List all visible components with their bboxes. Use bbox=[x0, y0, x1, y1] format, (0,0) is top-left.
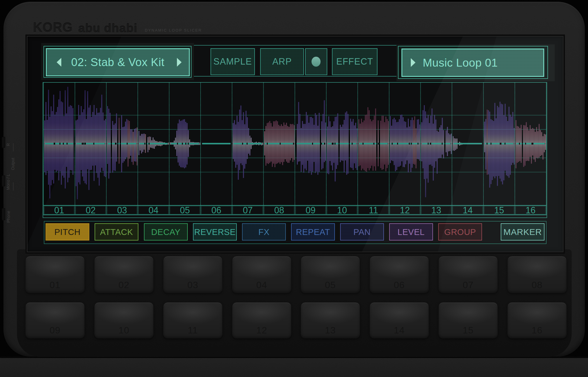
svg-text:16: 16 bbox=[526, 205, 535, 215]
svg-text:01: 01 bbox=[54, 205, 64, 215]
svg-text:02: 02 bbox=[86, 205, 95, 215]
svg-text:13: 13 bbox=[431, 205, 441, 215]
svg-text:10: 10 bbox=[337, 205, 347, 215]
svg-text:14: 14 bbox=[463, 205, 473, 215]
svg-text:11: 11 bbox=[369, 205, 378, 215]
svg-text:05: 05 bbox=[180, 205, 190, 215]
svg-text:04: 04 bbox=[149, 205, 159, 215]
svg-text:09: 09 bbox=[306, 205, 316, 215]
svg-text:03: 03 bbox=[117, 205, 127, 215]
svg-text:12: 12 bbox=[400, 205, 410, 215]
svg-text:07: 07 bbox=[243, 205, 253, 215]
svg-text:08: 08 bbox=[274, 205, 284, 215]
svg-text:06: 06 bbox=[211, 205, 221, 215]
svg-text:15: 15 bbox=[494, 205, 504, 215]
